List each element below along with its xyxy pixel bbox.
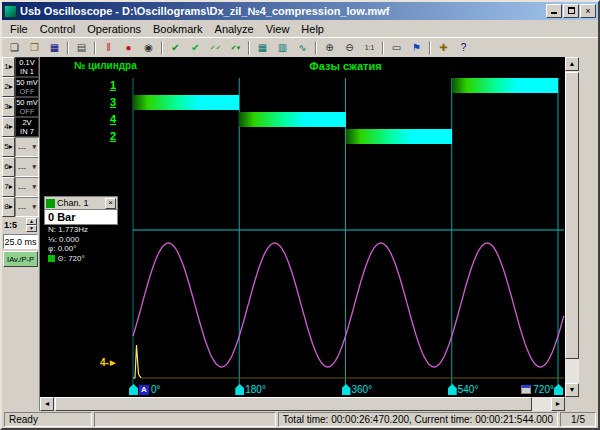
toolbar-separator (94, 41, 96, 55)
app-window: Usb Oscilloscope - D:\Oscillograms\Dx_zi… (0, 0, 600, 430)
channel-5-select[interactable]: ---▾ (15, 137, 39, 157)
ratio-down-button[interactable]: ▼ (26, 225, 37, 232)
channel-row: 2▸50 mVOFF (2, 77, 39, 97)
marker-flag-icon[interactable] (129, 384, 138, 395)
toolbar-separator (67, 41, 69, 55)
status-bar: Ready Total time: 00:00:26:470.200, Curr… (2, 411, 598, 428)
bookmark-a-icon[interactable]: A (139, 385, 149, 395)
close-button[interactable]: × (580, 4, 596, 18)
marker-flag-icon[interactable] (448, 384, 457, 395)
degree-label: 720° (521, 384, 554, 395)
app-icon (4, 5, 17, 18)
open-file-icon[interactable]: ❐ (25, 39, 44, 56)
menu-file[interactable]: File (4, 22, 34, 36)
chevron-down-icon: ▾ (32, 203, 36, 211)
scroll-down-icon[interactable]: ▼ (565, 383, 579, 397)
settings-icon[interactable]: ✚ (434, 39, 453, 56)
channel4-marker: 4-▶ (100, 357, 115, 368)
channel-8-button[interactable]: 8▸ (2, 197, 15, 217)
channel-row: 4▸2VIN 7 (2, 117, 39, 137)
popup-title-bar[interactable]: Chan. 1 × (45, 197, 117, 210)
wave-view-icon[interactable]: ∿ (293, 39, 312, 56)
right-margin (579, 57, 598, 411)
vertical-scroll-thumb[interactable] (565, 72, 579, 359)
status-ready: Ready (4, 412, 92, 427)
channel-6-select[interactable]: ---▾ (15, 157, 39, 177)
menu-view[interactable]: View (260, 22, 296, 36)
save-icon[interactable]: ▦ (45, 39, 64, 56)
channel-3-button[interactable]: 3▸ (2, 97, 15, 117)
channel-4-button[interactable]: 4▸ (2, 117, 15, 137)
bars-view-icon[interactable]: ▥ (273, 39, 292, 56)
horizontal-scrollbar[interactable]: ◄ ► (40, 397, 565, 411)
channel1-popup[interactable]: Chan. 1 × 0 Bar (44, 196, 118, 225)
channel-row: 3▸50 mVOFF (2, 97, 39, 117)
horizontal-scroll-track[interactable] (54, 397, 551, 411)
measurement-line: ⅓: 0.000 (48, 235, 128, 245)
marker-flag-icon[interactable] (342, 384, 351, 395)
zoom-11-icon[interactable]: 1:1 (360, 39, 379, 56)
scale-ratio-control[interactable]: 1:5 ▲ ▼ (2, 217, 39, 233)
bookmark-icon[interactable]: ⚑ (407, 39, 426, 56)
channel-2-display[interactable]: 50 mVOFF (15, 77, 39, 97)
scope-channel-icon (46, 199, 55, 208)
marker-flag-icon[interactable] (235, 384, 244, 395)
channel-panel-filler (2, 268, 39, 411)
channel-row: 8▸---▾ (2, 197, 39, 217)
accept-save-icon[interactable]: ✔ (186, 39, 205, 56)
channel-4-display[interactable]: 2VIN 7 (15, 117, 39, 137)
marker-flag-icon[interactable] (554, 384, 563, 395)
minimize-button[interactable] (546, 4, 562, 18)
chevron-down-icon: ▾ (32, 143, 36, 151)
cycle-icon (48, 255, 55, 262)
record-icon[interactable]: ● (119, 39, 138, 56)
toolbar: ❏❐▦▤‖●◉✔✔✓✓✔▾▦▥∿⊕⊖1:1▭⚑✚? (2, 37, 598, 57)
channel4-marker-label: 4- (100, 357, 109, 368)
channel-8-select[interactable]: ---▾ (15, 197, 39, 217)
menu-operations[interactable]: Operations (81, 22, 147, 36)
zoom-out-icon[interactable]: ⊖ (340, 39, 359, 56)
measurement-line: φ: 0.00° (48, 244, 128, 254)
help-icon[interactable]: ? (454, 39, 473, 56)
camera-icon[interactable]: ◉ (139, 39, 158, 56)
scroll-up-icon[interactable]: ▲ (565, 57, 579, 71)
menu-bookmark[interactable]: Bookmark (147, 22, 209, 36)
degree-label: 540° (458, 384, 479, 395)
oscillogram-area[interactable]: № цилиндра Фазы сжатия 1342 A0°180°360°5… (40, 57, 565, 397)
channel-3-display[interactable]: 50 mVOFF (15, 97, 39, 117)
channel-1-button[interactable]: 1▸ (2, 57, 15, 77)
channel-row: 6▸---▾ (2, 157, 39, 177)
scroll-right-icon[interactable]: ► (551, 397, 565, 411)
timebase-display[interactable]: 25.0 ms (3, 234, 38, 249)
channel-1-display[interactable]: 0.1VIN 1 (15, 57, 39, 77)
grid-view-icon[interactable]: ▦ (253, 39, 272, 56)
maximize-button[interactable] (563, 4, 579, 18)
new-file-icon[interactable]: ❏ (5, 39, 24, 56)
channel-7-button[interactable]: 7▸ (2, 177, 15, 197)
pause-icon[interactable]: ‖ (99, 39, 118, 56)
measurement-line: ⊙: 720° (48, 254, 128, 264)
menu-analyze[interactable]: Analyze (209, 22, 260, 36)
print-icon[interactable]: ▤ (72, 39, 91, 56)
menu-help[interactable]: Help (295, 22, 330, 36)
degree-label: 360° (352, 384, 373, 395)
accept-all-icon[interactable]: ✓✓ (206, 39, 225, 56)
scroll-left-icon[interactable]: ◄ (40, 397, 54, 411)
window-marker-icon (521, 385, 531, 394)
zoom-in-icon[interactable]: ⊕ (320, 39, 339, 56)
vertical-scrollbar[interactable]: ▲ ▼ (565, 57, 579, 397)
measure-mode-button[interactable]: IAv./P-P (3, 251, 38, 267)
channel-2-button[interactable]: 2▸ (2, 77, 15, 97)
vertical-scroll-track[interactable] (565, 71, 579, 383)
ruler-icon[interactable]: ▭ (387, 39, 406, 56)
toolbar-separator (429, 41, 431, 55)
accept-icon[interactable]: ✔ (166, 39, 185, 56)
channel-7-select[interactable]: ---▾ (15, 177, 39, 197)
channel-6-button[interactable]: 6▸ (2, 157, 15, 177)
menu-control[interactable]: Control (34, 22, 81, 36)
channel-5-button[interactable]: 5▸ (2, 137, 15, 157)
accept-menu-icon[interactable]: ✔▾ (226, 39, 245, 56)
popup-close-icon[interactable]: × (105, 198, 116, 209)
horizontal-scroll-thumb[interactable] (55, 397, 532, 411)
ratio-up-button[interactable]: ▲ (26, 218, 37, 225)
